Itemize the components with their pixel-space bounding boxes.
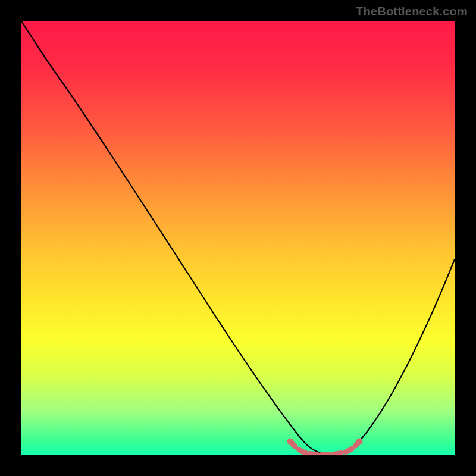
watermark-text: TheBottleneck.com [356, 5, 468, 18]
curve-svg [21, 21, 455, 455]
highlight-end-dot-left [287, 439, 294, 445]
plot-area [21, 21, 455, 455]
chart-frame: TheBottleneck.com [0, 0, 476, 476]
highlight-marker-segment [290, 441, 359, 455]
bottleneck-curve-line [21, 21, 455, 454]
highlight-end-dot-right [356, 439, 363, 445]
